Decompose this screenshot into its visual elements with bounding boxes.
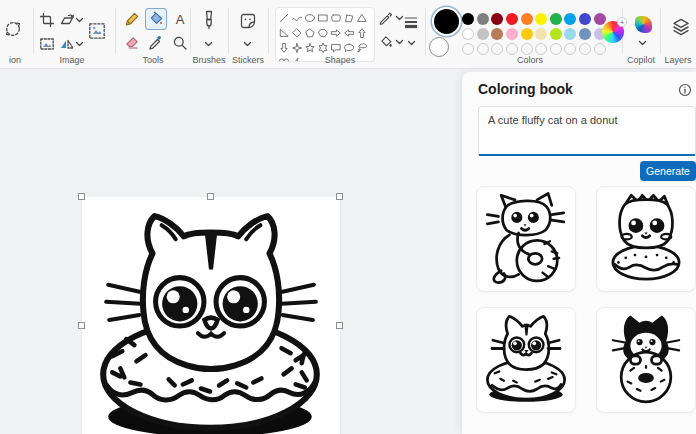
shape-pentagon-icon[interactable]: [303, 25, 316, 40]
shape-diamond-icon[interactable]: [290, 25, 303, 40]
group-label-selection: ion: [0, 55, 30, 65]
selection-handle-n[interactable]: [207, 193, 214, 200]
shape-oval-icon[interactable]: [303, 10, 316, 25]
color1-swatch[interactable]: [434, 9, 459, 34]
shape-polygon-icon[interactable]: [342, 10, 355, 25]
fill-icon[interactable]: [145, 8, 167, 30]
brush-icon[interactable]: [198, 9, 220, 35]
custom-color-slot[interactable]: [477, 43, 489, 55]
color-wheel-icon[interactable]: +: [602, 21, 624, 43]
thumbnail-cat-head-in-donut[interactable]: [476, 307, 576, 413]
shape-thought-bubble-icon[interactable]: [355, 40, 368, 55]
color-swatch[interactable]: [462, 28, 474, 40]
group-label-colors: Colors: [495, 55, 565, 65]
selection-icon[interactable]: [2, 18, 24, 40]
thumbnails-grid: [476, 186, 696, 413]
crop-icon[interactable]: [36, 9, 58, 31]
color-swatch[interactable]: [550, 28, 562, 40]
shape-fill-chevron-icon[interactable]: [395, 39, 404, 45]
stroke-size-icon[interactable]: [402, 13, 420, 31]
shape-curve-icon[interactable]: [290, 10, 303, 25]
custom-color-slot[interactable]: [521, 43, 533, 55]
magnifier-icon[interactable]: [169, 32, 191, 54]
stroke-size-chevron-icon[interactable]: [407, 40, 416, 46]
color-swatch[interactable]: [594, 13, 606, 25]
custom-color-slot[interactable]: [462, 43, 474, 55]
text-icon[interactable]: A: [169, 8, 191, 30]
resize-icon[interactable]: [86, 20, 108, 42]
shape-arrow-left-icon[interactable]: [342, 25, 355, 40]
shape-star-6-icon[interactable]: [316, 40, 329, 55]
shape-line-icon[interactable]: [277, 10, 290, 25]
eyedropper-icon[interactable]: [145, 32, 167, 54]
custom-color-slot[interactable]: [491, 43, 503, 55]
stickers-chevron-icon[interactable]: [243, 41, 252, 47]
layers-icon[interactable]: [670, 16, 692, 38]
custom-color-slot[interactable]: [579, 43, 591, 55]
color-swatch[interactable]: [477, 28, 489, 40]
shape-triangle-icon[interactable]: [355, 10, 368, 25]
prompt-input[interactable]: A cute fluffy cat on a donut: [479, 107, 695, 154]
shape-arrow-up-icon[interactable]: [355, 25, 368, 40]
info-icon[interactable]: [678, 83, 692, 97]
color2-swatch[interactable]: [429, 37, 449, 57]
color-swatch[interactable]: [462, 13, 474, 25]
custom-color-slot[interactable]: [594, 43, 606, 55]
shape-fill-icon[interactable]: [378, 34, 394, 50]
color-swatch[interactable]: [535, 13, 547, 25]
color-swatch[interactable]: [564, 13, 576, 25]
sticker-icon[interactable]: [237, 10, 259, 32]
shape-outline-icon[interactable]: [378, 10, 394, 26]
color-swatch[interactable]: [477, 13, 489, 25]
add-color-icon[interactable]: +: [617, 17, 627, 27]
shape-heart-icon[interactable]: [277, 55, 290, 62]
canvas[interactable]: [82, 197, 340, 434]
brushes-chevron-icon[interactable]: [204, 41, 213, 47]
color-swatch[interactable]: [506, 13, 518, 25]
thumbnail-fluffy-cat-on-donut[interactable]: [596, 186, 696, 292]
shape-speech-oval-icon[interactable]: [342, 40, 355, 55]
selection-handle-e[interactable]: [336, 322, 343, 329]
color-swatch[interactable]: [506, 28, 518, 40]
thumbnail-cat-hugging-donut[interactable]: [476, 186, 576, 292]
color-swatch[interactable]: [491, 28, 503, 40]
color-swatch[interactable]: [550, 13, 562, 25]
group-label-tools: Tools: [120, 55, 186, 65]
copilot-icon[interactable]: [632, 13, 654, 35]
flip-chevron-icon[interactable]: [75, 41, 84, 47]
shape-hexagon-icon[interactable]: [316, 25, 329, 40]
coloring-book-panel: Coloring book A cute fluffy cat on a don…: [462, 72, 696, 434]
shape-star-5-icon[interactable]: [303, 40, 316, 55]
selection-handle-w[interactable]: [78, 322, 85, 329]
thumbnail-tuxedo-cat-on-donut[interactable]: [596, 307, 696, 413]
rotate-chevron-icon[interactable]: [75, 17, 84, 23]
shape-rounded-rectangle-icon[interactable]: [329, 10, 342, 25]
custom-color-slot[interactable]: [535, 43, 547, 55]
color-swatch[interactable]: [564, 28, 576, 40]
shape-arrow-down-icon[interactable]: [277, 40, 290, 55]
selection-handle-nw[interactable]: [78, 193, 85, 200]
custom-color-slot[interactable]: [550, 43, 562, 55]
custom-color-slot[interactable]: [506, 43, 518, 55]
shape-star-4-icon[interactable]: [290, 40, 303, 55]
color-swatch[interactable]: [491, 13, 503, 25]
cat-eye-right: [216, 278, 264, 326]
eraser-icon[interactable]: [121, 32, 143, 54]
shape-arrow-right-icon[interactable]: [329, 25, 342, 40]
color-swatch[interactable]: [579, 28, 591, 40]
pencil-icon[interactable]: [121, 8, 143, 30]
prompt-box: A cute fluffy cat on a donut: [478, 106, 696, 156]
shape-right-triangle-icon[interactable]: [277, 25, 290, 40]
shape-rectangle-icon[interactable]: [316, 10, 329, 25]
color-swatch[interactable]: [521, 28, 533, 40]
selection-handle-ne[interactable]: [336, 193, 343, 200]
color-swatch[interactable]: [521, 13, 533, 25]
shapes-grid: [275, 7, 375, 62]
custom-color-slot[interactable]: [564, 43, 576, 55]
color-swatch[interactable]: [535, 28, 547, 40]
shape-speech-rectangle-icon[interactable]: [329, 40, 342, 55]
select-icon[interactable]: [36, 33, 58, 55]
copilot-chevron-icon[interactable]: [638, 40, 647, 46]
color-swatch[interactable]: [579, 13, 591, 25]
generate-button[interactable]: Generate: [640, 161, 696, 181]
